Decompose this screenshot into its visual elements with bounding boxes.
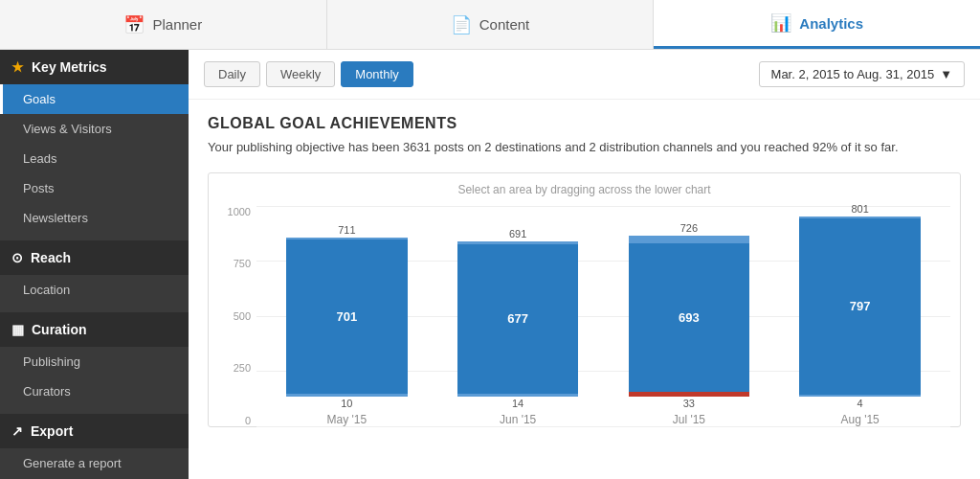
tab-planner[interactable]: 📅 Planner [0, 0, 327, 49]
y-label-750: 750 [218, 258, 256, 269]
bar-mid-jun: 677 [457, 244, 579, 394]
bar-group-jun: 691 677 14 Jun '15 [437, 206, 599, 426]
tab-content-label: Content [479, 16, 530, 33]
tab-planner-label: Planner [152, 16, 202, 33]
bar-total-jul: 726 [680, 222, 698, 234]
sidebar-section-export-label: Export [31, 423, 73, 439]
bar-bottom-aug [799, 395, 921, 397]
sidebar-item-generate-report[interactable]: Generate a report [0, 448, 189, 478]
sidebar-section-export[interactable]: ↗ Export [0, 414, 189, 448]
bar-small-label-jul: 33 [629, 398, 750, 409]
bar-bottom-may [286, 394, 408, 397]
sidebar: ★ Key Metrics Goals Views & Visitors Lea… [0, 50, 189, 479]
bar-red-jul [629, 392, 750, 397]
top-tabs: 📅 Planner 📄 Content 📊 Analytics [0, 0, 980, 50]
date-range-text: Mar. 2, 2015 to Aug. 31, 2015 [771, 67, 935, 81]
filter-monthly[interactable]: Monthly [341, 61, 413, 87]
bar-mid-jul: 693 [629, 243, 750, 392]
sidebar-section-curation-label: Curation [32, 322, 87, 337]
chart-section: GLOBAL GOAL ACHIEVEMENTS Your publishing… [189, 100, 980, 443]
sidebar-item-publishing[interactable]: Publishing [0, 347, 189, 376]
tab-analytics-label: Analytics [799, 15, 863, 32]
bar-small-label-may: 10 [286, 398, 408, 409]
date-range-picker[interactable]: Mar. 2, 2015 to Aug. 31, 2015 ▼ [759, 61, 965, 87]
filter-bar: Daily Weekly Monthly Mar. 2, 2015 to Aug… [189, 50, 980, 100]
bar-total-may: 711 [338, 224, 355, 236]
bar-mid-may: 701 [286, 240, 408, 394]
sidebar-section-reach-label: Reach [31, 250, 71, 265]
analytics-icon: 📊 [770, 12, 791, 34]
sidebar-item-views-visitors[interactable]: Views & Visitors [0, 114, 189, 144]
sidebar-item-location[interactable]: Location [0, 275, 189, 305]
sidebar-item-goals[interactable]: Goals [0, 84, 189, 114]
sidebar-section-key-metrics[interactable]: ★ Key Metrics [0, 50, 189, 84]
sidebar-item-posts[interactable]: Posts [0, 173, 189, 203]
y-label-1000: 1000 [218, 206, 256, 217]
tab-analytics[interactable]: 📊 Analytics [654, 0, 980, 49]
bar-top-jul [629, 236, 750, 243]
y-label-250: 250 [218, 362, 256, 374]
bar-small-label-aug: 4 [799, 398, 921, 409]
chart-description: Your publishing objective has been 3631 … [208, 138, 961, 157]
chart-container: Select an area by dragging across the lo… [208, 172, 961, 427]
main-layout: ★ Key Metrics Goals Views & Visitors Lea… [0, 50, 980, 479]
bar-group-may: 711 701 10 May '15 [266, 206, 428, 426]
export-icon: ↗ [11, 423, 23, 439]
sidebar-item-leads[interactable]: Leads [0, 144, 189, 173]
content-icon: 📄 [451, 14, 472, 35]
star-icon: ★ [11, 59, 24, 75]
bar-small-label-jun: 14 [457, 398, 579, 409]
chart-hint: Select an area by dragging across the lo… [218, 183, 950, 196]
bar-bottom-jun [457, 394, 579, 397]
bar-x-label-aug: Aug '15 [840, 413, 879, 426]
dropdown-arrow-icon: ▼ [940, 67, 952, 81]
bar-total-aug: 801 [851, 203, 868, 215]
bar-x-label-jul: Jul '15 [673, 413, 705, 426]
bar-mid-aug: 797 [799, 218, 921, 395]
sidebar-section-curation[interactable]: ▦ Curation [0, 312, 189, 347]
filter-weekly[interactable]: Weekly [266, 61, 335, 87]
sidebar-section-reach[interactable]: ⊙ Reach [0, 240, 189, 275]
curation-icon: ▦ [11, 322, 24, 337]
y-label-500: 500 [218, 310, 256, 322]
bar-total-jun: 691 [509, 228, 526, 240]
bar-group-jul: 726 693 33 Jul '15 [609, 206, 770, 426]
chart-title: GLOBAL GOAL ACHIEVEMENTS [208, 115, 961, 132]
bar-group-aug: 801 797 4 Aug '15 [779, 206, 941, 426]
sidebar-item-newsletters[interactable]: Newsletters [0, 203, 189, 233]
y-label-0: 0 [218, 415, 256, 426]
sidebar-section-key-metrics-label: Key Metrics [32, 59, 107, 75]
content-area: Daily Weekly Monthly Mar. 2, 2015 to Aug… [189, 50, 980, 479]
tab-content[interactable]: 📄 Content [327, 0, 655, 49]
bar-x-label-jun: Jun '15 [500, 413, 536, 426]
filter-daily[interactable]: Daily [204, 61, 260, 87]
bar-x-label-may: May '15 [327, 413, 368, 426]
sidebar-item-curators[interactable]: Curators [0, 376, 189, 406]
reach-icon: ⊙ [11, 250, 23, 265]
planner-icon: 📅 [123, 14, 145, 35]
